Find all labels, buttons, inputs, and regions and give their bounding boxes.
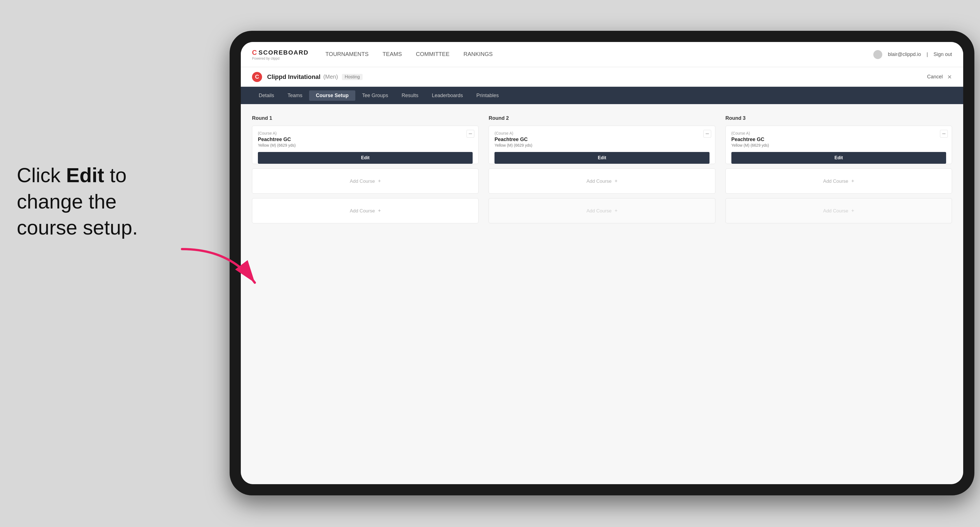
tab-tee-groups[interactable]: Tee Groups bbox=[355, 90, 395, 101]
round-2-add-course-2-label: Add Course + bbox=[586, 208, 617, 214]
logo-title: SCOREBOARD bbox=[258, 49, 309, 56]
round-2-add-course-1-label: Add Course + bbox=[586, 178, 617, 184]
round-3-add-course-2-label: Add Course + bbox=[823, 208, 854, 214]
round-3-course-card: (Course A) Peachtree GC Yellow (M) (6629… bbox=[725, 125, 952, 164]
round-2-course-card: (Course A) Peachtree GC Yellow (M) (6629… bbox=[488, 125, 715, 164]
add-plus-icon-2: + bbox=[378, 208, 381, 214]
tournament-gender: (Men) bbox=[323, 74, 338, 80]
round-2-column: Round 2 (Course A) Peachtree GC Yellow (… bbox=[488, 115, 715, 228]
nav-links: TOURNAMENTS TEAMS COMMITTEE RANKINGS bbox=[325, 49, 873, 60]
tabs-bar: Details Teams Course Setup Tee Groups Re… bbox=[241, 87, 963, 104]
user-avatar-icon bbox=[873, 50, 882, 59]
round-1-add-course-1[interactable]: Add Course + bbox=[252, 168, 479, 194]
nav-committee[interactable]: COMMITTEE bbox=[416, 49, 449, 60]
scene: Click Edit to change the course setup. C… bbox=[0, 0, 980, 527]
user-email: blair@clippd.io bbox=[888, 51, 921, 57]
add-plus-icon: + bbox=[378, 178, 381, 184]
nav-rankings[interactable]: RANKINGS bbox=[463, 49, 493, 60]
sub-header: C Clippd Invitational (Men) Hosting Canc… bbox=[241, 67, 963, 87]
add-plus-icon-6: + bbox=[851, 208, 854, 214]
rounds-grid: Round 1 (Course A) Peachtree GC Yellow (… bbox=[252, 115, 952, 228]
add-plus-icon-3: + bbox=[615, 178, 618, 184]
separator: | bbox=[926, 51, 928, 57]
svg-rect-1 bbox=[469, 133, 472, 134]
tournament-badge: Hosting bbox=[342, 74, 363, 80]
round-1-delete-button[interactable] bbox=[466, 130, 474, 138]
round-3-label: Round 3 bbox=[725, 115, 952, 121]
round-1-course-card: (Course A) Peachtree GC Yellow (M) (6629… bbox=[252, 125, 479, 164]
round-1-add-course-2[interactable]: Add Course + bbox=[252, 198, 479, 223]
round-3-course-name: Peachtree GC bbox=[731, 137, 946, 143]
round-3-add-course-1[interactable]: Add Course + bbox=[725, 168, 952, 194]
round-2-label: Round 2 bbox=[488, 115, 715, 121]
round-3-column: Round 3 (Course A) Peachtree GC Yellow (… bbox=[725, 115, 952, 228]
round-3-delete-button[interactable] bbox=[940, 130, 948, 138]
close-icon[interactable]: ✕ bbox=[947, 74, 952, 80]
cancel-button[interactable]: Cancel bbox=[927, 74, 943, 80]
round-2-course-tag: (Course A) bbox=[495, 131, 709, 135]
arrow-indicator bbox=[173, 243, 263, 288]
annotation-text: Click Edit to change the course setup. bbox=[17, 162, 138, 241]
tab-results[interactable]: Results bbox=[395, 90, 425, 101]
nav-teams[interactable]: TEAMS bbox=[382, 49, 402, 60]
round-2-delete-button[interactable] bbox=[703, 130, 711, 138]
round-3-course-details: Yellow (M) (6629 yds) bbox=[731, 143, 946, 148]
round-3-add-course-2: Add Course + bbox=[725, 198, 952, 223]
top-nav: C SCOREBOARD Powered by clippd TOURNAMEN… bbox=[241, 42, 963, 67]
round-1-label: Round 1 bbox=[252, 115, 479, 121]
round-1-column: Round 1 (Course A) Peachtree GC Yellow (… bbox=[252, 115, 479, 228]
sub-header-actions: Cancel ✕ bbox=[927, 74, 952, 80]
svg-rect-2 bbox=[706, 133, 709, 134]
tournament-logo-icon: C bbox=[252, 72, 262, 82]
content-area: Round 1 (Course A) Peachtree GC Yellow (… bbox=[241, 104, 963, 484]
logo-area: C SCOREBOARD Powered by clippd bbox=[252, 49, 309, 60]
tablet-device: C SCOREBOARD Powered by clippd TOURNAMEN… bbox=[230, 31, 974, 495]
tab-details[interactable]: Details bbox=[252, 90, 281, 101]
annotation-bold: Edit bbox=[66, 164, 104, 186]
tab-printables[interactable]: Printables bbox=[469, 90, 505, 101]
tab-teams[interactable]: Teams bbox=[281, 90, 309, 101]
round-3-edit-button[interactable]: Edit bbox=[731, 152, 946, 164]
tab-course-setup[interactable]: Course Setup bbox=[309, 90, 355, 101]
round-2-add-course-2: Add Course + bbox=[488, 198, 715, 223]
round-1-add-course-2-label: Add Course + bbox=[350, 208, 381, 214]
svg-rect-3 bbox=[942, 133, 945, 134]
round-1-course-tag: (Course A) bbox=[258, 131, 473, 135]
tournament-name: Clippd Invitational bbox=[267, 73, 321, 81]
tab-leaderboards[interactable]: Leaderboards bbox=[425, 90, 469, 101]
round-2-course-details: Yellow (M) (6629 yds) bbox=[495, 143, 709, 148]
logo-c-icon: C bbox=[252, 49, 257, 57]
round-3-course-tag: (Course A) bbox=[731, 131, 946, 135]
round-2-course-name: Peachtree GC bbox=[495, 137, 709, 143]
tablet-screen: C SCOREBOARD Powered by clippd TOURNAMEN… bbox=[241, 42, 963, 484]
round-2-edit-button[interactable]: Edit bbox=[495, 152, 709, 164]
nav-tournaments[interactable]: TOURNAMENTS bbox=[325, 49, 369, 60]
logo-subtitle: Powered by clippd bbox=[252, 57, 309, 60]
round-1-add-course-1-label: Add Course + bbox=[350, 178, 381, 184]
round-2-add-course-1[interactable]: Add Course + bbox=[488, 168, 715, 194]
round-1-course-details: Yellow (M) (6629 yds) bbox=[258, 143, 473, 148]
round-1-edit-button[interactable]: Edit bbox=[258, 152, 473, 164]
round-1-course-name: Peachtree GC bbox=[258, 137, 473, 143]
add-plus-icon-4: + bbox=[615, 208, 618, 214]
add-plus-icon-5: + bbox=[851, 178, 854, 184]
round-3-add-course-1-label: Add Course + bbox=[823, 178, 854, 184]
user-area: blair@clippd.io | Sign out bbox=[873, 50, 952, 59]
sign-out-button[interactable]: Sign out bbox=[934, 51, 952, 57]
